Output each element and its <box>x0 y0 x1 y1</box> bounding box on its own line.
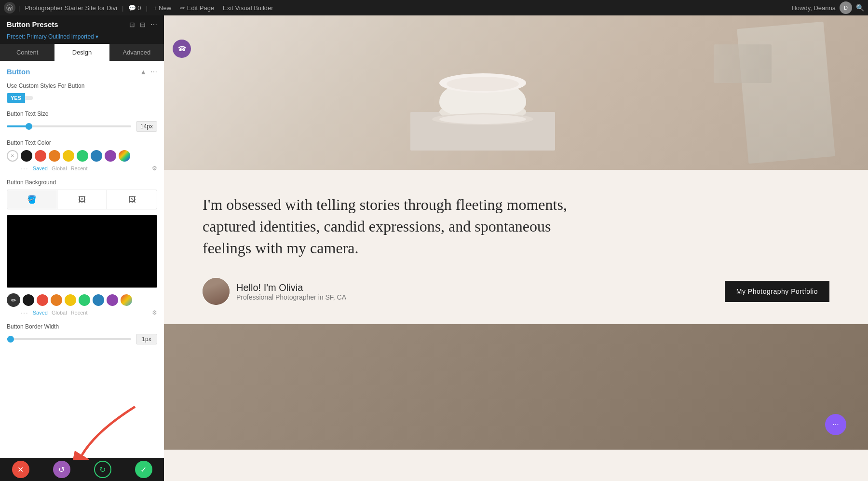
bottom-image-left <box>164 324 868 450</box>
top-nav-bar: W | Photographer Starter Site for Divi |… <box>0 0 868 15</box>
panel-tabs: Content Design Advanced <box>0 44 164 61</box>
purple-fab-button[interactable]: ··· <box>825 414 846 435</box>
border-section: Button Border Width 1px <box>7 323 157 344</box>
confirm-button[interactable]: ✓ <box>135 461 152 478</box>
toggle-no-button[interactable] <box>25 96 33 100</box>
bottom-recent-label[interactable]: Recent <box>71 310 88 316</box>
section-more-icon[interactable]: ⋯ <box>150 68 157 76</box>
cancel-button[interactable]: ✕ <box>12 461 29 478</box>
swatch-gradient[interactable] <box>119 150 130 162</box>
swatch-saved-label[interactable]: Saved <box>33 165 48 171</box>
layout-icon[interactable]: ⊟ <box>140 21 146 28</box>
toggle-label: Use Custom Styles For Button <box>7 82 157 89</box>
svg-text:W: W <box>8 6 12 11</box>
text-color-label: Button Text Color <box>7 139 157 146</box>
text-size-value[interactable]: 14px <box>136 121 157 132</box>
redo-button[interactable]: ↻ <box>94 461 111 478</box>
border-slider-track[interactable] <box>7 338 131 340</box>
edit-page-button[interactable]: ✏ Edit Page <box>177 4 217 12</box>
pencil-color-button[interactable]: ✏ <box>7 293 20 307</box>
comment-count[interactable]: 💬 0 <box>126 4 143 12</box>
text-size-slider-row: 14px <box>7 121 157 132</box>
section-icons: ▲ ⋯ <box>140 68 157 76</box>
preset-label: Preset: Primary Outlined imported <box>7 33 95 40</box>
wp-logo-icon[interactable]: W <box>4 2 15 14</box>
swatch-black[interactable] <box>21 150 32 162</box>
content-section: I'm obsessed with telling stories throug… <box>164 170 868 324</box>
user-avatar[interactable]: D <box>840 1 852 14</box>
bg-label: Button Background <box>7 179 157 186</box>
svg-point-8 <box>439 114 526 124</box>
tab-content[interactable]: Content <box>0 44 54 61</box>
panel-header-icons: ⊡ ⊟ ⋯ <box>129 21 157 28</box>
swatch-more-dots-2[interactable]: ··· <box>20 309 29 316</box>
preset-dropdown[interactable]: ▾ <box>95 33 98 40</box>
bg-option-color[interactable]: 🪣 <box>7 190 57 209</box>
collapse-icon[interactable]: ▲ <box>140 68 147 76</box>
swatch-none[interactable] <box>7 150 18 162</box>
undo-button[interactable]: ↺ <box>53 461 70 478</box>
slider-thumb[interactable] <box>26 123 32 130</box>
bottom-swatch-row: ✏ <box>7 293 157 307</box>
swatch-settings-icon[interactable]: ⚙ <box>152 165 157 172</box>
nav-sep-3: | <box>146 4 148 12</box>
bg-option-image[interactable]: 🖼 <box>107 190 157 209</box>
more-icon[interactable]: ⋯ <box>150 21 157 28</box>
toggle-wrap: YES <box>7 93 157 103</box>
author-avatar <box>203 278 230 305</box>
panel-title: Button Presets <box>7 20 58 28</box>
hero-quote: I'm obsessed with telling stories throug… <box>203 194 579 259</box>
swatch-blue[interactable] <box>91 150 102 162</box>
bottom-swatch-green[interactable] <box>79 294 90 306</box>
author-avatar-image <box>203 278 230 305</box>
swatch-red[interactable] <box>35 150 46 162</box>
author-subtitle: Professional Photographer in SF, CA <box>236 293 346 301</box>
book-decoration <box>714 44 772 83</box>
swatch-global-label[interactable]: Global <box>52 165 67 171</box>
color-preview-box <box>7 215 157 288</box>
bottom-settings-icon[interactable]: ⚙ <box>152 309 157 316</box>
bottom-swatch-orange[interactable] <box>51 294 62 306</box>
site-name-link[interactable]: Photographer Starter Site for Divi <box>23 4 119 12</box>
bottom-swatch-red[interactable] <box>37 294 48 306</box>
portfolio-button[interactable]: My Photography Portfolio <box>725 281 829 302</box>
phone-icon: ☎ <box>178 45 186 53</box>
divi-float-button[interactable]: ☎ <box>173 40 191 58</box>
bottom-swatch-yellow[interactable] <box>65 294 76 306</box>
tab-design[interactable]: Design <box>54 44 109 61</box>
swatch-purple[interactable] <box>105 150 116 162</box>
bottom-swatch-purple[interactable] <box>107 294 118 306</box>
bottom-swatch-blue[interactable] <box>93 294 104 306</box>
bg-option-gradient[interactable]: 🖼 <box>57 190 108 209</box>
border-slider-thumb[interactable] <box>7 336 14 343</box>
panel-subtitle: Preset: Primary Outlined imported ▾ <box>0 33 164 44</box>
bottom-swatch-black[interactable] <box>23 294 34 306</box>
text-size-label: Button Text Size <box>7 110 157 117</box>
swatch-yellow[interactable] <box>63 150 74 162</box>
ellipsis-icon: ··· <box>832 420 839 429</box>
panel-bottom-bar: ✕ ↺ ↻ ✓ <box>0 458 164 481</box>
expand-icon[interactable]: ⊡ <box>129 21 135 28</box>
swatch-orange[interactable] <box>49 150 60 162</box>
exit-builder-button[interactable]: Exit Visual Builder <box>220 4 276 12</box>
bottom-saved-label[interactable]: Saved <box>33 310 48 316</box>
bg-options: 🪣 🖼 🖼 <box>7 190 157 209</box>
swatch-recent-label[interactable]: Recent <box>71 165 88 171</box>
tab-advanced[interactable]: Advanced <box>109 44 164 61</box>
text-color-swatches <box>7 150 157 162</box>
new-button[interactable]: + New <box>150 4 174 12</box>
search-icon[interactable]: 🔍 <box>856 4 864 12</box>
text-size-slider-track[interactable] <box>7 125 131 127</box>
swatch-more-dots-1[interactable]: ··· <box>20 165 29 172</box>
canvas-area: ☎ I'm obsessed with <box>164 15 868 481</box>
swatch-green[interactable] <box>77 150 88 162</box>
bottom-global-label[interactable]: Global <box>52 310 67 316</box>
border-width-value[interactable]: 1px <box>136 334 157 344</box>
linen-decoration <box>737 22 835 164</box>
bottom-swatch-gradient[interactable] <box>121 294 132 306</box>
section-title: Button <box>7 68 30 76</box>
border-width-label: Button Border Width <box>7 323 157 330</box>
image-icon: 🖼 <box>128 195 136 204</box>
swatch-labels-1: ··· Saved Global Recent ⚙ <box>7 165 157 172</box>
toggle-yes-button[interactable]: YES <box>7 93 25 103</box>
